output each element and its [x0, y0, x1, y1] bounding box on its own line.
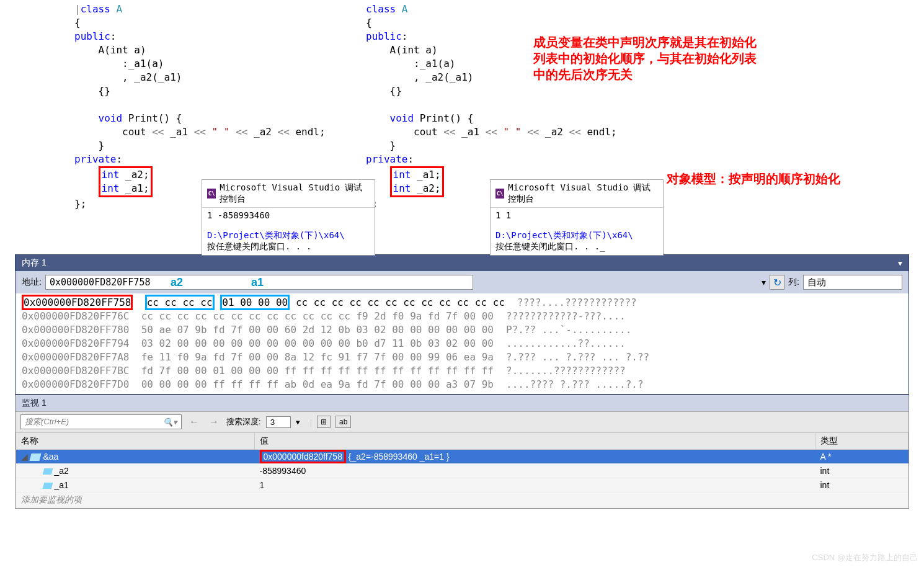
- memory-panel: 内存 1 ▾ 地址: a2 a1 ▾ ↻ 列: 0x000000FD820FF7…: [15, 254, 909, 395]
- depth-select[interactable]: [266, 416, 291, 428]
- expand-icon[interactable]: ◢: [21, 452, 29, 462]
- col-header-value[interactable]: 值: [255, 433, 815, 450]
- console-prompt: 按任意键关闭此窗口. . ._: [495, 241, 605, 251]
- memory-title: 内存 1: [22, 257, 47, 269]
- hex-bytes-a1: 01 00 00 00: [220, 295, 290, 310]
- console-path: D:\Project\类和对象(下)\x64\: [495, 230, 633, 240]
- watch-toolbar: 搜索(Ctrl+E) 🔍▾ ← → 搜索深度: ▾ | ⊞ ab: [16, 412, 908, 432]
- columns-input[interactable]: [803, 275, 902, 290]
- object-icon: [30, 453, 42, 461]
- watch-row[interactable]: ◢ &aa 0x000000fd820ff758 {_a2=-858993460…: [16, 450, 908, 464]
- toolbar-icon-1[interactable]: ⊞: [317, 416, 331, 428]
- watch-panel-header[interactable]: 监视 1: [16, 395, 908, 412]
- vs-icon: C\: [207, 189, 216, 199]
- console-prompt: 按任意键关闭此窗口. . .: [207, 241, 311, 251]
- console-title-text: Microsoft Visual Studio 调试控制台: [220, 182, 370, 205]
- memory-panel-header[interactable]: 内存 1 ▾: [16, 255, 908, 271]
- hex-address: 0x000000FD820FF758: [22, 295, 133, 310]
- address-label: 地址:: [22, 277, 42, 288]
- console-output: 1 -858993460: [207, 210, 370, 220]
- watch-table: 名称 值 类型 ◢ &aa 0x000000fd820ff758 {_a2=-8…: [16, 432, 908, 508]
- dropdown-icon[interactable]: ▾: [898, 258, 902, 268]
- member-declaration-right: int _a1; int _a2;: [390, 166, 444, 197]
- col-header-type[interactable]: 类型: [815, 433, 908, 450]
- refresh-button[interactable]: ↻: [770, 275, 784, 290]
- debug-console-left: C\ Microsoft Visual Studio 调试控制台 1 -8589…: [202, 179, 375, 256]
- console-output: 1 1: [495, 210, 658, 220]
- console-title-bar: C\ Microsoft Visual Studio 调试控制台: [202, 180, 375, 208]
- a1-label: a1: [251, 276, 264, 289]
- annotation-right: 对象模型：按声明的顺序初始化: [667, 171, 840, 187]
- address-dropdown-icon[interactable]: ▾: [762, 277, 766, 287]
- annotation-top: 成员变量在类中声明次序就是其在初始化列表中的初始化顺序，与其在初始化列表中的先后…: [533, 34, 757, 83]
- code-comparison-area: |class A { public: A(int a) :_a1(a) , _a…: [0, 0, 924, 248]
- vs-icon: C\: [495, 189, 504, 199]
- console-title-text: Microsoft Visual Studio 调试控制台: [508, 182, 658, 205]
- console-title-bar: C\ Microsoft Visual Studio 调试控制台: [491, 180, 663, 208]
- chevron-down-icon[interactable]: ▾: [296, 417, 300, 427]
- nav-next-button[interactable]: →: [207, 416, 221, 427]
- watch-search-input[interactable]: 搜索(Ctrl+E) 🔍▾: [20, 414, 182, 429]
- a2-label: a2: [171, 276, 183, 289]
- watch-row[interactable]: _a2 -858993460 int: [16, 464, 908, 478]
- memory-address-bar: 地址: a2 a1 ▾ ↻ 列:: [16, 271, 908, 293]
- hex-dump[interactable]: 0x000000FD820FF758 cc cc cc cc 01 00 00 …: [16, 293, 908, 394]
- hex-bytes-a2: cc cc cc cc: [145, 295, 215, 310]
- search-icon: 🔍▾: [163, 417, 177, 427]
- debug-console-right: C\ Microsoft Visual Studio 调试控制台 1 1 D:\…: [490, 179, 664, 256]
- console-path: D:\Project\类和对象(下)\x64\: [207, 230, 345, 240]
- columns-label: 列:: [788, 277, 799, 288]
- field-icon: [42, 483, 53, 489]
- nav-prev-button[interactable]: ←: [187, 416, 202, 427]
- watch-row[interactable]: _a1 1 int: [16, 478, 908, 493]
- field-icon: [42, 468, 53, 475]
- watch-panel: 监视 1 搜索(Ctrl+E) 🔍▾ ← → 搜索深度: ▾ | ⊞ ab 名称…: [15, 395, 909, 509]
- watch-add-row[interactable]: 添加要监视的项: [16, 493, 908, 508]
- watch-value-address: 0x000000fd820ff758: [260, 450, 346, 463]
- member-declaration-left: int _a2; int _a1;: [99, 166, 153, 197]
- col-header-name[interactable]: 名称: [16, 433, 255, 450]
- depth-label: 搜索深度:: [226, 416, 261, 427]
- toolbar-icon-2[interactable]: ab: [335, 416, 351, 428]
